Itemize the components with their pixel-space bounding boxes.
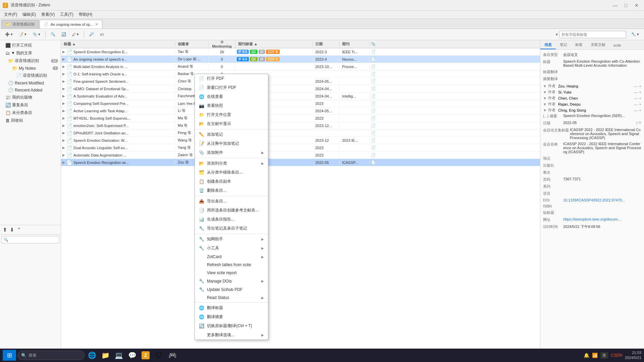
ctx-export-notes[interactable]: 🔧 导出笔记及条目子笔记 — [195, 224, 268, 233]
new-note-button[interactable]: 📝 ▾ — [16, 31, 29, 39]
tab-close-icon[interactable]: ✕ — [95, 22, 98, 26]
ctx-tools[interactable]: 🔧 小工具 ▶ — [195, 244, 268, 253]
sidebar-item-speech[interactable]: 📁 语音情感识别 16 — [0, 57, 61, 65]
ctx-view-snapshot[interactable]: 📷 查看快照 — [195, 101, 268, 110]
table-row[interactable]: ▶📄nEMO: Dataset of Emotional Sp... Chris… — [61, 85, 540, 93]
table-row[interactable]: ▶📄Active Learning with Task Adap... Li 等… — [61, 107, 540, 115]
row-expand-icon[interactable]: ▶ — [62, 138, 65, 142]
author-add-icon[interactable]: + — [639, 96, 641, 100]
ctx-add-attachment[interactable]: 📎 添加附件 ▶ — [195, 148, 268, 157]
menu-help[interactable]: 帮助(H) — [76, 11, 95, 18]
table-row[interactable]: ▶📄MT4SSL: Boosting Self-Supervis... Ma 等… — [61, 115, 540, 122]
menu-file[interactable]: 文件(F) — [1, 11, 20, 18]
author-expand-icon[interactable]: ▼ — [543, 90, 547, 94]
row-expand-icon[interactable]: ▶ — [62, 146, 65, 149]
table-row[interactable]: ▶ 📄 An ongoing review of speech e... De … — [61, 56, 540, 63]
sidebar-item-duplicates[interactable]: 🔄 重复条目 — [0, 101, 61, 109]
row-expand-icon[interactable]: ▶ — [62, 65, 65, 68]
author-expand-icon[interactable]: ▼ — [543, 102, 547, 106]
taskbar-csdn-icon[interactable]: CSDN — [611, 353, 622, 358]
table-row[interactable]: ▶ 📄 Speech Emotion Recognition E... Tan … — [61, 48, 540, 56]
row-expand-icon[interactable]: ▶ — [62, 72, 65, 76]
table-row[interactable]: ▶📄Automatic Data Augmentation ... Zaiem … — [61, 152, 540, 159]
ctx-update-scihub[interactable]: 🔧 Update Scihub PDF — [195, 285, 268, 294]
table-row[interactable]: ▶📄Dual Acoustic Linguistic Self-su... Ya… — [61, 144, 540, 152]
ctx-view-scite[interactable]: View scite report — [195, 269, 268, 277]
tag-button[interactable]: 🏷 — [98, 31, 106, 39]
author-expand-icon[interactable]: ▼ — [543, 108, 547, 112]
row-expand-icon[interactable]: ▶ — [62, 79, 65, 83]
row-expand-icon[interactable]: ▶ — [62, 161, 65, 164]
tab-scite[interactable]: scite — [609, 42, 625, 49]
ctx-toggle-translation[interactable]: 🔄 切换原标题/翻译(Ctrl + T) — [195, 321, 268, 330]
row-expand-icon[interactable]: ▶ — [62, 109, 65, 113]
col-header-journal[interactable]: 期刊 — [339, 42, 370, 47]
col-header-journal-tag[interactable]: 期刊标签 ▲ — [235, 42, 313, 47]
menu-edit[interactable]: 编辑(E) — [20, 11, 39, 18]
new-item-button[interactable]: ➕ ▾ — [3, 31, 15, 39]
ctx-zotcard[interactable]: ZotCard ▶ — [195, 253, 268, 261]
col-header-date[interactable]: 日期 — [313, 42, 339, 47]
info-value-url[interactable]: https://ieeexplore.ieee.org/docum... — [563, 217, 641, 221]
ctx-translate-title[interactable]: 🌐 翻译标题 — [195, 303, 268, 312]
menu-tools[interactable]: 工具(T) — [57, 11, 76, 18]
sidebar-item-trash[interactable]: 🗑 回收站 — [0, 117, 61, 124]
row-expand-icon[interactable]: ▶ — [62, 153, 65, 157]
col-header-mentioning[interactable]: ⊙ Mentioning — [209, 40, 235, 48]
table-row[interactable]: ▶📄Fine-grained Speech Sentiment... Chen … — [61, 78, 540, 85]
search-input[interactable] — [559, 31, 626, 38]
ctx-open-pdf-new[interactable]: 📄 新窗口打开 PDF — [195, 83, 268, 92]
author-remove-icon[interactable]: — — [634, 84, 638, 88]
sidebar-item-recent-added[interactable]: 🕐 Rencent Added — [0, 86, 61, 94]
ctx-more-translation[interactable]: 更多翻译选项... ▶ — [195, 330, 268, 340]
table-row[interactable]: ▶📄Speech Emotion Diarization: W... Wang … — [61, 137, 540, 144]
row-expand-icon[interactable]: ▶ — [62, 131, 65, 135]
sidebar-search-input[interactable] — [1, 236, 59, 243]
tab-notes[interactable]: 笔记 — [556, 41, 571, 49]
ctx-delete[interactable]: 🗑️ 删除条目... — [195, 186, 268, 195]
sidebar-item-unclassified[interactable]: 📋 未分类条目 — [0, 109, 61, 117]
tab-related[interactable]: 关联文献 — [587, 41, 609, 49]
row-expand-icon[interactable]: ▶ — [62, 124, 65, 127]
table-row[interactable]: ▶📄A Systematic Evaluation of Adv... Facc… — [61, 93, 540, 100]
author-add-icon[interactable]: + — [639, 102, 641, 106]
sidebar-item-recent-modified[interactable]: 🕐 Recent Modified — [0, 79, 61, 86]
ctx-generate-report[interactable]: 📊 生成条目报告... — [195, 215, 268, 224]
maximize-button[interactable]: □ — [621, 2, 631, 9]
sidebar-item-mynotes[interactable]: 📁 My Notes 1 — [0, 65, 61, 72]
ctx-add-note[interactable]: ✏️ 添加笔记 — [195, 130, 268, 139]
taskbar-icon-chrome[interactable]: 🌐 — [86, 349, 98, 361]
sidebar-sort-button[interactable]: ⬆ — [3, 227, 7, 233]
ctx-remove-from-collection[interactable]: 🗂️ 从分类中移除条目... — [195, 168, 268, 177]
locate-button[interactable]: 🔍 — [48, 31, 58, 39]
ctx-add-note-from-annotation[interactable]: 📝 从注释中添加笔记 — [195, 139, 268, 148]
row-expand-icon[interactable]: ▶ — [62, 50, 65, 54]
ctx-export[interactable]: 📤 导出条目... — [195, 197, 268, 206]
author-remove-icon[interactable]: — — [634, 102, 638, 106]
tab-tags[interactable]: 标签 — [571, 41, 587, 49]
sidebar-filter-button[interactable]: ⬇ — [10, 227, 14, 233]
sidebar-collapse-button[interactable]: ⌃ — [17, 227, 21, 233]
row-expand-icon[interactable]: ▶ — [62, 116, 65, 120]
sidebar-item-workspace[interactable]: ⬛ 打开工作区 — [0, 42, 61, 49]
table-row[interactable]: ▶📄Comparing Self-Supervised Pre... Lam-Y… — [61, 100, 540, 107]
author-add-icon[interactable]: + — [639, 108, 641, 112]
table-row[interactable]: ▶📄Multi-label Emotion Analysis in ... An… — [61, 63, 540, 70]
ctx-zhiwang[interactable]: 🔧 知网助手 ▶ — [195, 235, 268, 244]
taskbar-icon-shield[interactable]: 🛡 — [153, 349, 165, 361]
ctx-manage-dois[interactable]: 🔧 Manage DOIs ▶ — [195, 277, 268, 285]
close-button[interactable]: ✕ — [632, 2, 641, 9]
minimize-button[interactable]: — — [610, 2, 620, 9]
highlight-button[interactable]: 🖊 ▾ — [70, 31, 81, 39]
ctx-add-to-collection[interactable]: 📂 添加到分类 ▶ — [195, 159, 268, 168]
taskbar-icon-game[interactable]: 🎮 — [166, 349, 178, 361]
author-add-icon[interactable]: + — [639, 90, 641, 94]
menu-view[interactable]: 查看(V) — [39, 11, 57, 18]
sync-button[interactable]: 🔄 — [59, 31, 68, 39]
sidebar-item-speech-note[interactable]: 📄 语音情感识别 — [0, 72, 61, 79]
start-button[interactable]: ⊞ — [3, 350, 16, 361]
tab-collection[interactable]: 📁 语音情感识别 — [1, 20, 39, 28]
taskbar-icon-explorer[interactable]: 📁 — [99, 349, 111, 361]
sidebar-item-publications[interactable]: 📰 我的出版物 — [0, 94, 61, 101]
table-row[interactable]: ▶📄O-1: Self-training with Oracle a... Ba… — [61, 70, 540, 78]
